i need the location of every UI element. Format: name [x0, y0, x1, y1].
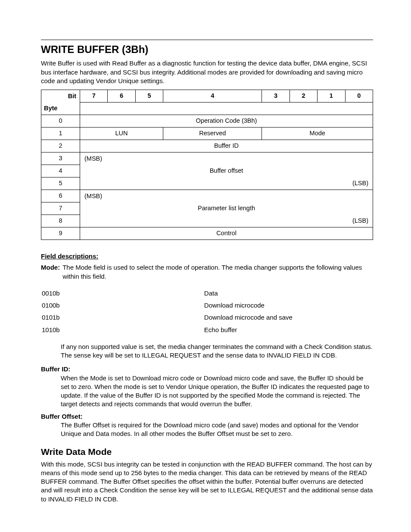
buffer-offset-definition: Buffer Offset: The Buffer Offset is requ…	[41, 412, 373, 439]
byte-1: 1	[41, 128, 80, 140]
page-title: WRITE BUFFER (3Bh)	[41, 43, 373, 56]
byte-7: 7	[41, 202, 80, 215]
buffer-id-term: Buffer ID:	[41, 365, 373, 373]
subsection-title: Write Data Mode	[41, 446, 373, 458]
byte-5: 5	[41, 177, 80, 190]
bit-7: 7	[80, 90, 108, 103]
bit-2: 2	[290, 90, 317, 103]
buffer-id-definition: Buffer ID: When the Mode is set to Downl…	[41, 365, 373, 408]
cell-msb-2: (MSB)	[80, 190, 373, 202]
byte-4: 4	[41, 165, 80, 177]
mode-code: 0100b	[42, 300, 203, 311]
header-spacer	[80, 103, 373, 115]
byte-9: 9	[41, 227, 80, 240]
bit-3: 3	[262, 90, 290, 103]
byte-2: 2	[41, 140, 80, 152]
mode-definition: Mode: The Mode field is used to select t…	[41, 263, 373, 281]
bit-4: 4	[163, 90, 262, 103]
mode-desc: Data	[204, 288, 372, 299]
buffer-id-text: When the Mode is set to Download micro c…	[61, 374, 373, 409]
cell-opcode: Operation Code (3Bh)	[80, 115, 373, 128]
byte-6: 6	[41, 190, 80, 202]
intro-paragraph: Write Buffer is used with Read Buffer as…	[41, 59, 373, 85]
mode-code: 0010b	[42, 288, 203, 299]
bit-6: 6	[108, 90, 135, 103]
cell-lsb-2: (LSB)	[80, 215, 373, 227]
byte-8: 8	[41, 215, 80, 227]
cdb-table: Bit 7 6 5 4 3 2 1 0 Byte 0 Operation Cod…	[41, 90, 373, 240]
byte-0: 0	[41, 115, 80, 128]
mode-desc: Echo buffer	[204, 324, 372, 336]
mode-desc: Download microcode	[204, 300, 372, 311]
bit-1: 1	[318, 90, 345, 103]
cell-msb-1: (MSB)	[80, 152, 373, 165]
byte-label: Byte	[41, 103, 80, 115]
buffer-offset-text: The Buffer Offset is required for the Do…	[61, 421, 373, 439]
subsection-text: With this mode, SCSI bus integrity can b…	[41, 460, 373, 504]
cell-buffer-id: Buffer ID	[80, 140, 373, 152]
mode-term: Mode:	[41, 263, 60, 281]
cell-buffer-offset: Buffer offset	[80, 165, 373, 177]
mode-text: The Mode field is used to select the mod…	[62, 263, 373, 281]
byte-3: 3	[41, 152, 80, 165]
mode-row: 1010b Echo buffer	[42, 324, 372, 336]
mode-desc: Download microcode and save	[204, 312, 372, 323]
bit-5: 5	[135, 90, 163, 103]
mode-row: 0101b Download microcode and save	[42, 312, 372, 323]
mode-code: 1010b	[42, 324, 203, 336]
cell-param-len: Parameter list length	[80, 202, 373, 215]
mode-followup: If any non supported value is set, the m…	[61, 342, 373, 360]
cell-lsb-1: (LSB)	[80, 177, 373, 190]
field-descriptions-heading: Field descriptions:	[41, 252, 373, 261]
mode-code: 0101b	[42, 312, 203, 323]
cell-control: Control	[80, 227, 373, 240]
cell-lun: LUN	[80, 128, 163, 140]
mode-row: 0010b Data	[42, 288, 372, 299]
cell-reserved: Reserved	[163, 128, 262, 140]
bit-label: Bit	[41, 90, 80, 103]
mode-row: 0100b Download microcode	[42, 300, 372, 311]
cell-mode: Mode	[262, 128, 373, 140]
mode-values-table: 0010b Data 0100b Download microcode 0101…	[41, 287, 373, 336]
section-rule	[41, 40, 373, 40]
buffer-offset-term: Buffer Offset:	[41, 412, 373, 421]
bit-0: 0	[345, 90, 373, 103]
